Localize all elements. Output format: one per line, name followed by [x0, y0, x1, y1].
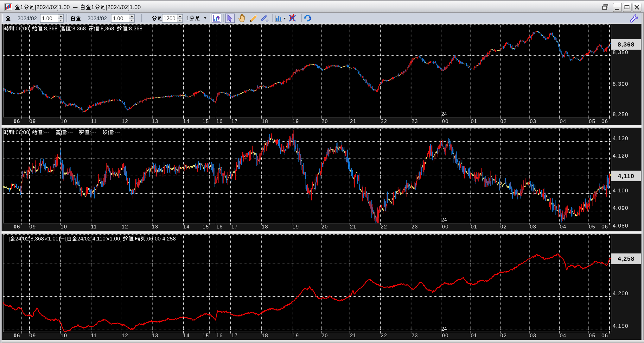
svg-text:20: 20 — [322, 333, 328, 338]
svg-text:05: 05 — [589, 119, 596, 124]
svg-text:16: 16 — [216, 333, 223, 338]
svg-text:4,120: 4,120 — [613, 153, 628, 159]
svg-text:03: 03 — [530, 333, 537, 338]
svg-text:15: 15 — [202, 333, 209, 338]
svg-text:06: 06 — [14, 119, 20, 124]
svg-text:1200: 1200 — [163, 16, 175, 22]
svg-text:4,080: 4,080 — [613, 223, 628, 229]
svg-text::---: :--- — [42, 129, 49, 135]
svg-text::8,368: :8,368 — [71, 26, 86, 31]
svg-text:17: 17 — [231, 224, 238, 229]
svg-text:23: 23 — [411, 333, 418, 338]
svg-text:20: 20 — [322, 119, 328, 124]
svg-text:24: 24 — [441, 326, 447, 332]
svg-text:1: 1 — [20, 4, 23, 10]
svg-text:10: 10 — [61, 119, 67, 124]
svg-text::8,368: :8,368 — [127, 26, 143, 31]
svg-text:21: 21 — [350, 119, 357, 124]
svg-text:4,258: 4,258 — [618, 255, 635, 262]
svg-text::8,368: :8,368 — [99, 26, 114, 31]
svg-text:15: 15 — [202, 119, 209, 124]
svg-text:19: 19 — [292, 119, 299, 124]
svg-text:16: 16 — [216, 119, 223, 124]
svg-text:24: 24 — [441, 217, 447, 222]
svg-text:18: 18 — [262, 119, 268, 124]
svg-text::06:00: :06:00 — [14, 26, 29, 31]
svg-text:00: 00 — [442, 333, 449, 338]
svg-text:09: 09 — [29, 333, 36, 338]
svg-text:23: 23 — [411, 119, 418, 124]
svg-text::8,368: :8,368 — [42, 26, 58, 31]
svg-text:22: 22 — [381, 119, 387, 124]
svg-text:1.00: 1.00 — [42, 16, 52, 22]
svg-text:[2024/02]1.00: [2024/02]1.00 — [106, 4, 141, 10]
svg-text:06: 06 — [14, 224, 20, 229]
svg-text:14: 14 — [183, 224, 190, 229]
svg-text:1.00]: 1.00] — [48, 236, 60, 241]
svg-text::06:00: :06:00 — [14, 129, 29, 135]
svg-text::---: :--- — [113, 129, 120, 135]
svg-text:06: 06 — [602, 333, 608, 338]
svg-text:4,130: 4,130 — [613, 135, 628, 141]
svg-text:21: 21 — [350, 333, 357, 338]
svg-text:10: 10 — [61, 333, 67, 338]
svg-text:24/02 4,110: 24/02 4,110 — [77, 236, 105, 241]
svg-text:05: 05 — [589, 333, 596, 338]
svg-text:12: 12 — [122, 333, 128, 338]
svg-text:09: 09 — [29, 224, 36, 229]
svg-text:23: 23 — [411, 224, 418, 229]
svg-text::---: :--- — [90, 129, 97, 135]
svg-text:14: 14 — [183, 333, 190, 338]
svg-text:2024/02: 2024/02 — [17, 16, 37, 22]
svg-text:[: [ — [9, 236, 10, 241]
svg-text:8,300: 8,300 — [613, 81, 628, 87]
svg-text:13: 13 — [152, 119, 158, 124]
svg-text:06: 06 — [14, 333, 20, 338]
svg-text:4,200: 4,200 — [613, 290, 628, 296]
svg-text:14: 14 — [183, 119, 190, 124]
svg-text:24/02 8,368: 24/02 8,368 — [16, 236, 44, 241]
svg-text::---: :--- — [66, 129, 73, 135]
svg-text:10: 10 — [61, 224, 67, 229]
svg-text:17: 17 — [231, 119, 238, 124]
svg-text:24: 24 — [441, 111, 447, 117]
svg-text:13: 13 — [152, 224, 158, 229]
svg-text:19: 19 — [292, 333, 299, 338]
svg-text:22: 22 — [381, 333, 387, 338]
svg-text:09: 09 — [29, 119, 36, 124]
svg-text:4,150: 4,150 — [613, 323, 628, 329]
svg-text:12: 12 — [122, 119, 128, 124]
svg-text:8,368: 8,368 — [618, 41, 635, 48]
svg-text:00: 00 — [442, 119, 449, 124]
svg-text:19: 19 — [292, 224, 299, 229]
svg-text:11: 11 — [91, 224, 97, 229]
svg-text:[: [ — [65, 236, 67, 241]
svg-text:17: 17 — [231, 333, 238, 338]
svg-text:00: 00 — [442, 224, 449, 229]
svg-text:8,250: 8,250 — [613, 111, 628, 117]
svg-text:2024/02: 2024/02 — [87, 16, 107, 22]
svg-text:12: 12 — [122, 224, 128, 229]
svg-text:03: 03 — [530, 119, 537, 124]
svg-text:02: 02 — [500, 224, 507, 229]
svg-text::06:00 4,258: :06:00 4,258 — [146, 236, 176, 241]
svg-text:16: 16 — [216, 224, 223, 229]
svg-text:01: 01 — [471, 224, 477, 229]
svg-text:02: 02 — [500, 333, 507, 338]
svg-text:06: 06 — [602, 224, 608, 229]
svg-text:11: 11 — [91, 119, 97, 124]
svg-text:01: 01 — [471, 119, 477, 124]
svg-text:06: 06 — [602, 119, 608, 124]
svg-text:4,090: 4,090 — [613, 205, 628, 211]
svg-text:22: 22 — [381, 224, 387, 229]
svg-text:04: 04 — [560, 333, 566, 338]
svg-text:4,110: 4,110 — [618, 173, 634, 179]
svg-text:1.00]: 1.00] — [110, 236, 122, 241]
svg-text:13: 13 — [152, 333, 158, 338]
svg-text:1: 1 — [186, 16, 189, 22]
svg-text:11: 11 — [91, 333, 97, 338]
svg-text:15: 15 — [202, 224, 209, 229]
svg-text:02: 02 — [500, 119, 507, 124]
svg-text:[2024/02]1.00: [2024/02]1.00 — [35, 4, 70, 10]
svg-text:21: 21 — [350, 224, 357, 229]
